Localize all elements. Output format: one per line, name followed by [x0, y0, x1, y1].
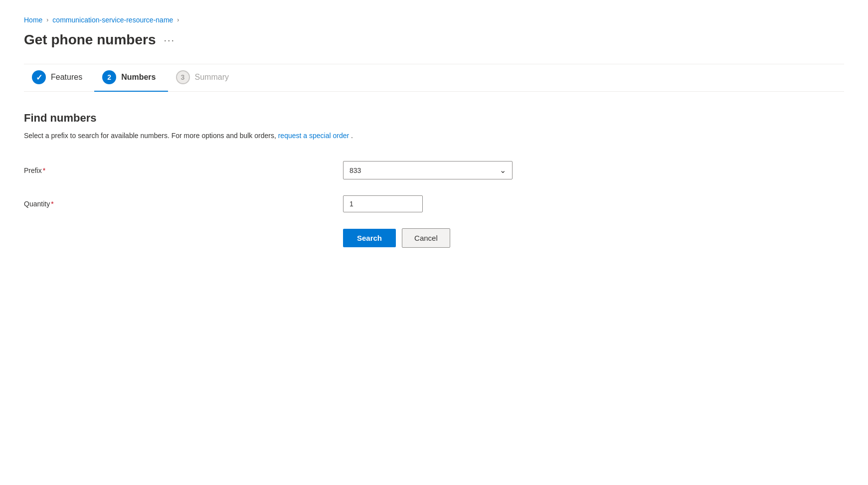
find-numbers-section: Find numbers Select a prefix to search f… — [24, 112, 844, 248]
breadcrumb-resource[interactable]: communication-service-resource-name — [52, 16, 173, 24]
tab-step-numbers: 2 — [107, 73, 111, 81]
quantity-required: * — [51, 200, 53, 208]
prefix-required: * — [43, 166, 45, 174]
quantity-input-wrapper — [343, 195, 513, 212]
tab-circle-numbers: 2 — [102, 70, 116, 84]
action-buttons: Search Cancel — [343, 228, 844, 248]
breadcrumb-chevron-1: › — [46, 16, 48, 23]
search-button[interactable]: Search — [343, 229, 396, 247]
checkmark-icon: ✓ — [36, 73, 42, 82]
breadcrumb: Home › communication-service-resource-na… — [24, 16, 844, 24]
tab-label-numbers: Numbers — [121, 73, 156, 82]
page-title: Get phone numbers — [24, 32, 156, 48]
description-text-end: . — [351, 132, 353, 140]
page-menu-button[interactable]: ··· — [164, 34, 175, 46]
tab-label-features: Features — [51, 73, 82, 82]
quantity-input[interactable] — [343, 195, 423, 212]
prefix-value: 833 — [349, 166, 361, 174]
cancel-button[interactable]: Cancel — [402, 228, 450, 248]
find-numbers-title: Find numbers — [24, 112, 844, 125]
breadcrumb-chevron-2: › — [177, 16, 179, 23]
special-order-link[interactable]: request a special order — [278, 132, 349, 140]
page-title-row: Get phone numbers ··· — [24, 32, 844, 48]
quantity-field: Quantity* — [24, 195, 844, 212]
prefix-field: Prefix* 833 ⌄ — [24, 161, 844, 179]
prefix-label: Prefix* — [24, 166, 343, 174]
tab-circle-summary: 3 — [176, 70, 190, 84]
breadcrumb-home[interactable]: Home — [24, 16, 42, 24]
tab-circle-features: ✓ — [32, 70, 46, 84]
prefix-dropdown[interactable]: 833 ⌄ — [343, 161, 513, 179]
find-numbers-description: Select a prefix to search for available … — [24, 131, 844, 141]
tab-numbers[interactable]: 2 Numbers — [94, 64, 168, 91]
tab-step-summary: 3 — [181, 73, 185, 81]
tab-label-summary: Summary — [195, 73, 229, 82]
tab-summary[interactable]: 3 Summary — [168, 64, 241, 91]
wizard-tabs: ✓ Features 2 Numbers 3 Summary — [24, 64, 844, 92]
chevron-down-icon: ⌄ — [500, 165, 506, 175]
tab-features[interactable]: ✓ Features — [24, 64, 94, 91]
prefix-input-wrapper: 833 ⌄ — [343, 161, 513, 179]
description-text-start: Select a prefix to search for available … — [24, 132, 278, 140]
quantity-label: Quantity* — [24, 200, 343, 208]
